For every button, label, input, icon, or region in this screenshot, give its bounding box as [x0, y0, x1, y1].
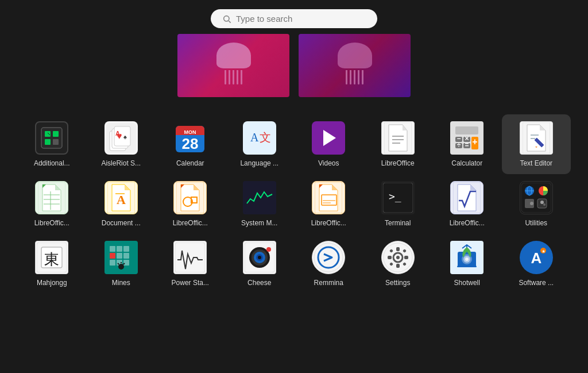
svg-rect-90 — [175, 243, 205, 272]
app-libreoffice-math[interactable]: LibreOffic... — [432, 174, 502, 234]
powerstat-icon — [173, 241, 207, 274]
thumbnail-1[interactable] — [177, 34, 289, 97]
svg-point-71 — [540, 201, 544, 204]
svg-text:=: = — [465, 141, 469, 149]
search-icon — [222, 14, 231, 24]
svg-line-1 — [229, 21, 230, 22]
thumbnails-row — [0, 34, 588, 97]
svg-text:♠: ♠ — [123, 133, 127, 140]
libreoffice-math-label: LibreOffic... — [450, 219, 485, 227]
svg-text:A: A — [117, 193, 126, 207]
svg-rect-63 — [521, 183, 551, 213]
app-powerstat[interactable]: Power Sta... — [156, 234, 225, 294]
additional-icon — [35, 121, 68, 155]
svg-rect-79 — [123, 246, 129, 252]
svg-rect-2 — [41, 128, 62, 148]
svg-rect-85 — [123, 260, 129, 266]
terminal-icon: >_ — [381, 181, 415, 214]
language-label: Language ... — [240, 159, 278, 167]
language-icon: A 文 — [243, 121, 276, 155]
svg-point-97 — [266, 247, 271, 252]
svg-point-86 — [118, 264, 124, 270]
calculator-label: Calculator — [451, 159, 482, 167]
terminal-label: Terminal — [385, 219, 411, 227]
app-additional[interactable]: Additional... — [17, 114, 87, 174]
videos-label: Videos — [318, 159, 339, 167]
svg-point-102 — [396, 256, 400, 259]
svg-rect-28 — [455, 126, 478, 134]
svg-text:28: 28 — [182, 135, 199, 152]
document-icon: A — [105, 181, 138, 214]
app-shotwell[interactable]: Shotwell — [432, 234, 502, 294]
app-aisleriot[interactable]: ♥ A ♠ AisleRiot S... — [87, 114, 156, 174]
libreoffice-math-icon — [450, 181, 483, 214]
app-cheese[interactable]: Cheese — [225, 234, 295, 294]
play-icon — [323, 130, 336, 146]
svg-point-115 — [465, 257, 469, 261]
svg-rect-82 — [123, 253, 129, 259]
libreoffice-impress-icon — [312, 181, 345, 214]
thumbnail-2[interactable] — [299, 34, 411, 97]
app-remmina[interactable]: Remmina — [294, 234, 363, 294]
svg-rect-3 — [45, 131, 51, 137]
svg-rect-55 — [245, 183, 274, 213]
svg-rect-4 — [53, 131, 59, 137]
app-document[interactable]: A Document ... — [87, 174, 156, 234]
jellyfish-2 — [335, 43, 375, 89]
document-label: Document ... — [102, 219, 141, 227]
svg-rect-81 — [117, 253, 122, 259]
svg-rect-106 — [404, 256, 408, 259]
app-mahjongg[interactable]: 東 Mahjongg — [17, 234, 87, 294]
libreoffice-calc-icon — [35, 181, 68, 214]
settings-label: Settings — [385, 279, 410, 287]
app-systemmonitor[interactable]: System M... — [225, 174, 295, 234]
app-libreoffice-impress[interactable]: LibreOffic... — [294, 174, 363, 234]
svg-point-96 — [258, 256, 261, 259]
calendar-icon: MON 28 — [173, 121, 207, 155]
app-settings[interactable]: Settings — [363, 234, 433, 294]
remmina-icon — [312, 241, 345, 274]
cheese-icon — [243, 241, 276, 274]
svg-text:A: A — [250, 131, 259, 144]
mines-label: Mines — [112, 279, 130, 287]
svg-rect-104 — [396, 264, 400, 268]
svg-text:文: 文 — [260, 131, 271, 144]
app-mines[interactable]: Mines — [87, 234, 156, 294]
libreoffice-calc-label: LibreOffic... — [34, 219, 69, 227]
app-software[interactable]: A ★ Software ... — [502, 234, 571, 294]
app-texteditor[interactable]: Text Editor — [502, 114, 571, 174]
systemmonitor-label: System M... — [241, 219, 277, 227]
search-input[interactable] — [236, 14, 366, 24]
svg-line-89 — [118, 263, 119, 264]
svg-point-0 — [224, 16, 229, 21]
app-terminal[interactable]: >_ Terminal — [363, 174, 433, 234]
app-calendar[interactable]: MON 28 Calendar — [156, 114, 225, 174]
svg-text:+: + — [473, 137, 478, 147]
calculator-icon: + − × ÷ = — [450, 121, 483, 155]
libreoffice-icon — [381, 121, 415, 155]
software-label: Software ... — [519, 279, 554, 287]
svg-text:>_: >_ — [389, 190, 401, 202]
aisleriot-label: AisleRiot S... — [101, 159, 141, 167]
app-libreoffice-calc[interactable]: LibreOffic... — [17, 174, 87, 234]
search-bar[interactable] — [211, 9, 377, 28]
app-calculator[interactable]: + − × ÷ = Calculator — [432, 114, 502, 174]
svg-rect-77 — [110, 246, 115, 252]
systemmonitor-icon — [243, 181, 276, 214]
app-libreoffice-draw[interactable]: LibreOffic... — [156, 174, 225, 234]
powerstat-label: Power Sta... — [172, 279, 209, 287]
app-language[interactable]: A 文 Language ... — [225, 114, 295, 174]
svg-text:A: A — [115, 130, 120, 137]
app-utilities[interactable]: Utilities — [502, 174, 571, 234]
apps-row3: 東 Mahjongg — [0, 234, 588, 294]
cheese-label: Cheese — [247, 279, 271, 287]
svg-rect-5 — [45, 139, 51, 145]
svg-rect-105 — [388, 256, 392, 259]
svg-rect-6 — [53, 139, 59, 145]
app-libreoffice[interactable]: LibreOffice — [363, 114, 433, 174]
svg-point-72 — [543, 203, 546, 206]
svg-rect-83 — [110, 260, 115, 266]
aisleriot-icon: ♥ A ♠ — [105, 121, 138, 155]
svg-line-88 — [123, 263, 125, 264]
app-videos[interactable]: Videos — [294, 114, 363, 174]
